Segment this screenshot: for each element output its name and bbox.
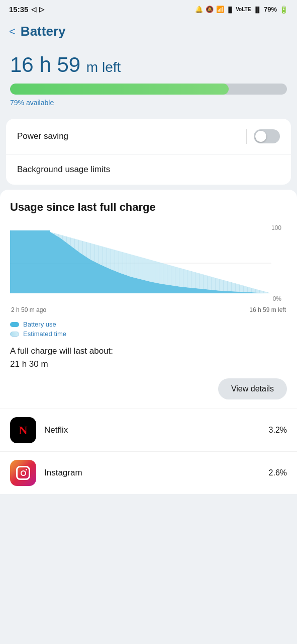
settings-card: Power saving Background usage limits [6,119,291,185]
power-saving-toggle[interactable] [254,129,280,143]
hours-value: 16 [10,53,34,76]
back-button[interactable]: < [9,25,16,38]
chart-x-right: 16 h 59 m left [249,306,286,313]
instagram-dot [26,469,27,470]
instagram-circle [21,470,26,476]
page-header: < Battery [0,17,297,44]
status-icons: 🔔 🔕 📶 ▐▌ VoLTE ▐▌ 79% 🔋 [195,6,288,14]
app-name-instagram: Instagram [44,468,269,478]
battery-chart-svg: 100 0% [10,223,287,303]
chart-x-labels: 2 h 50 m ago 16 h 59 m left [10,306,287,313]
app-pct-instagram: 2.6% [269,468,287,477]
volte-icon: VoLTE [236,7,251,12]
status-bar: 15:35 ◁ ▷ 🔔 🔕 📶 ▐▌ VoLTE ▐▌ 79% 🔋 [0,0,297,17]
chart-x-left: 2 h 50 m ago [11,306,46,313]
full-charge-line1: A full charge will last about: [10,345,287,358]
background-usage-label: Background usage limits [17,165,110,175]
chart-legend: Battery use Estimated time [10,320,287,338]
legend-battery-label: Battery use [23,320,56,328]
signal2-icon: ▐▌ [253,7,261,13]
legend-estimated-label: Estimated time [23,330,66,338]
app-item-instagram[interactable]: Instagram 2.6% [0,451,297,494]
cast-icon: ▷ [39,6,44,13]
power-saving-item[interactable]: Power saving [6,119,291,154]
instagram-icon [10,460,36,486]
time-suffix: m left [86,59,121,75]
minutes-value: 59 [57,53,80,76]
full-charge-info: A full charge will last about: 21 h 30 m [10,345,287,370]
svg-text:0%: 0% [273,295,282,302]
battery-progress-bar [10,84,287,95]
toggle-thumb [255,131,266,142]
battery-time-display: 16 h 59 m left [10,53,287,76]
full-charge-line2: 21 h 30 m [10,358,287,371]
app-name-netflix: Netflix [44,425,269,435]
hours-unit: h [39,53,51,76]
app-pct-netflix: 3.2% [269,426,287,435]
power-saving-label: Power saving [17,131,68,141]
svg-text:100: 100 [271,224,281,231]
legend-battery-dot [10,322,19,327]
battery-available-text: 79% available [10,99,287,107]
legend-estimated-time: Estimated time [10,330,287,338]
battery-chart: 100 0% [10,223,287,303]
app-usage-list: N Netflix 3.2% Instagram 2.6% [0,409,297,494]
mute-icon: 🔕 [206,6,214,13]
background-usage-item[interactable]: Background usage limits [6,154,291,185]
netflix-icon: N [10,417,36,443]
wifi-icon: 📶 [216,6,224,13]
status-time: 15:35 ◁ ▷ [9,5,44,14]
toggle-track [254,129,280,143]
usage-title: Usage since last full charge [10,201,287,214]
signal-icon: ▐▌ [227,7,234,13]
legend-battery-use: Battery use [10,320,287,328]
battery-pct: 79% [264,6,277,13]
alarm-icon: 🔔 [195,6,203,13]
usage-section: Usage since last full charge 100 0% 2 h … [0,190,297,409]
power-saving-toggle-area [246,129,280,144]
battery-time-section: 16 h 59 m left 79% available [0,44,297,119]
nav-icon: ◁ [31,6,36,13]
legend-estimated-dot [10,332,19,337]
app-item-netflix[interactable]: N Netflix 3.2% [0,409,297,451]
view-details-button[interactable]: View details [218,378,287,399]
battery-progress-fill [10,84,229,95]
time-display: 15:35 [9,5,28,14]
page-title: Battery [21,24,66,39]
divider [246,129,247,144]
battery-icon: 🔋 [279,6,288,14]
instagram-inner-icon [16,466,30,480]
